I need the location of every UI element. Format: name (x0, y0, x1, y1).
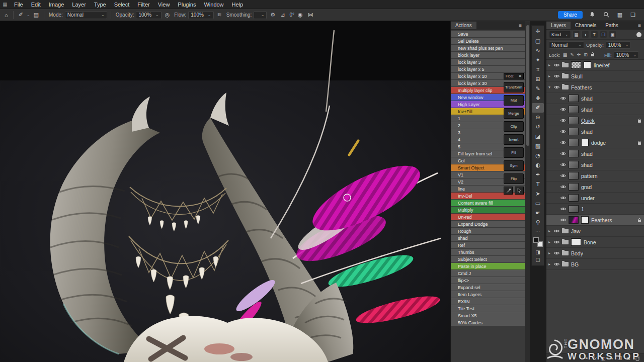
visibility-eye-icon[interactable] (553, 63, 562, 67)
layer-row[interactable]: Quick (546, 115, 644, 126)
action-item[interactable]: shad (451, 235, 525, 241)
layer-row[interactable]: shad (546, 126, 644, 137)
expand-arrow-icon[interactable] (548, 251, 553, 255)
visibility-eye-icon[interactable] (560, 129, 569, 134)
action-item[interactable]: Thumbs (451, 249, 525, 255)
blend-mode-select[interactable]: Normal ⌄ (65, 11, 107, 19)
scrollbar-thumb[interactable] (526, 25, 529, 146)
layer-thumbnail[interactable] (569, 128, 579, 135)
layer-row[interactable]: line/ref (546, 60, 644, 71)
quick-mask-icon[interactable]: ◨ (535, 249, 540, 255)
layer-name[interactable]: grad (581, 184, 592, 190)
panel-tab[interactable]: Paths (601, 22, 623, 29)
layer-row[interactable]: shad (546, 148, 644, 159)
visibility-eye-icon[interactable] (560, 140, 569, 145)
layer-row[interactable]: grad (546, 182, 644, 193)
visibility-eye-icon[interactable] (560, 218, 569, 222)
menu-item[interactable]: Edit (27, 1, 45, 8)
action-item[interactable]: Smart X5 (451, 312, 525, 319)
action-item[interactable]: EX/IN (451, 298, 525, 305)
visibility-eye-icon[interactable] (560, 185, 569, 189)
float-action-button[interactable]: Invert (504, 134, 524, 145)
brush-angle-value[interactable]: 0° (289, 12, 294, 18)
airbrush-icon[interactable]: ≋ (216, 12, 223, 18)
opacity-select[interactable]: 100% ⌄ (136, 11, 161, 19)
eyedropper-tool[interactable]: ✎ (532, 84, 544, 94)
filter-type-icon[interactable]: T (591, 31, 598, 38)
layer-row[interactable]: Jaw (546, 226, 644, 237)
marquee-tool[interactable]: ▢ (532, 36, 544, 46)
layer-thumbnail[interactable] (569, 117, 579, 124)
layer-thumbnail[interactable] (569, 183, 579, 191)
visibility-eye-icon[interactable] (560, 151, 569, 156)
eraser-tool[interactable]: ◪ (532, 132, 544, 141)
share-button[interactable]: Share (558, 11, 583, 19)
expand-arrow-icon[interactable] (548, 74, 553, 78)
expand-arrow-icon[interactable] (548, 262, 553, 266)
zoom-tool[interactable]: ⚲ (532, 218, 544, 227)
layer-blend-mode-select[interactable]: Normal ⌄ (549, 41, 584, 49)
new-group-icon[interactable]: ❐ (618, 355, 622, 361)
panel-tab[interactable]: Layers (546, 22, 571, 29)
eyedropper-mini-icon[interactable] (504, 187, 513, 195)
layer-name[interactable]: Body (571, 250, 583, 256)
layer-row[interactable]: dodge (546, 137, 644, 148)
action-item[interactable]: Paste in place (451, 263, 525, 269)
action-item[interactable]: Content aware fill (451, 200, 525, 206)
action-item[interactable]: flip<> (451, 277, 525, 284)
layer-name[interactable]: line/ref (594, 62, 610, 68)
visibility-eye-icon[interactable] (553, 240, 562, 244)
visibility-eye-icon[interactable] (560, 196, 569, 200)
layer-thumbnail[interactable] (569, 205, 579, 213)
layer-thumbnail[interactable] (569, 106, 579, 113)
layer-thumbnail[interactable] (571, 238, 581, 246)
color-swatches[interactable] (533, 237, 543, 247)
layer-thumbnail[interactable] (569, 139, 579, 146)
flow-select[interactable]: 100% ⌄ (188, 11, 213, 19)
action-item[interactable]: Subject Select (451, 256, 525, 262)
layer-mask-thumbnail[interactable] (584, 61, 591, 69)
delete-layer-icon[interactable] (635, 355, 640, 361)
cursor-arrow-icon[interactable] (515, 187, 524, 195)
actions-scrollbar[interactable] (525, 21, 530, 362)
layer-name[interactable]: under (581, 195, 595, 201)
float-action-button[interactable]: Merge (504, 108, 524, 119)
layer-name[interactable]: dodge (591, 140, 606, 146)
layer-name[interactable]: shad (581, 162, 593, 168)
menu-item[interactable]: Plugins (174, 1, 200, 8)
lasso-tool[interactable]: ∿ (532, 46, 544, 55)
layer-name[interactable]: Skull (571, 73, 583, 79)
layer-row[interactable]: Body (546, 248, 644, 259)
layer-row[interactable]: Skull (546, 71, 644, 82)
brush-preset-icon[interactable]: ✐ (17, 12, 25, 18)
layer-thumbnail[interactable] (571, 61, 581, 69)
layer-row[interactable]: Feathers (546, 82, 644, 93)
action-item[interactable]: new shad plus set pen (451, 45, 525, 51)
layer-name[interactable]: Bone (584, 239, 596, 245)
type-tool[interactable]: T (532, 179, 544, 189)
pen-tool[interactable]: ✒ (532, 170, 544, 179)
panel-tab[interactable]: Channels (571, 22, 601, 29)
gradient-tool[interactable]: ▧ (532, 141, 544, 151)
pressure-size-icon[interactable]: ◉ (296, 12, 304, 18)
visibility-eye-icon[interactable] (560, 162, 569, 167)
visibility-eye-icon[interactable] (560, 207, 569, 211)
layer-name[interactable]: shad (581, 96, 593, 102)
lock-position-icon[interactable]: ✛ (577, 52, 582, 57)
history-brush-tool[interactable]: ↺ (532, 122, 544, 132)
lock-paint-icon[interactable]: ✎ (570, 52, 575, 57)
panel-menu-icon[interactable]: ≡ (516, 23, 525, 28)
menu-item[interactable]: Type (90, 1, 110, 8)
expand-arrow-icon[interactable] (548, 63, 553, 67)
search-icon[interactable] (602, 12, 611, 19)
layer-mask-thumbnail[interactable] (581, 139, 589, 146)
move-tool[interactable]: ✛ (532, 27, 544, 36)
action-item[interactable]: Cmd J (451, 270, 525, 277)
action-item[interactable]: Expand Dodge (451, 221, 525, 227)
layer-row[interactable]: 1 (546, 204, 644, 215)
visibility-eye-icon[interactable] (553, 262, 562, 266)
expand-arrow-icon[interactable] (548, 85, 553, 89)
menu-item[interactable]: Help (228, 1, 248, 8)
new-layer-icon[interactable]: ⊞ (626, 355, 630, 361)
action-item[interactable]: Item Layers (451, 291, 525, 298)
